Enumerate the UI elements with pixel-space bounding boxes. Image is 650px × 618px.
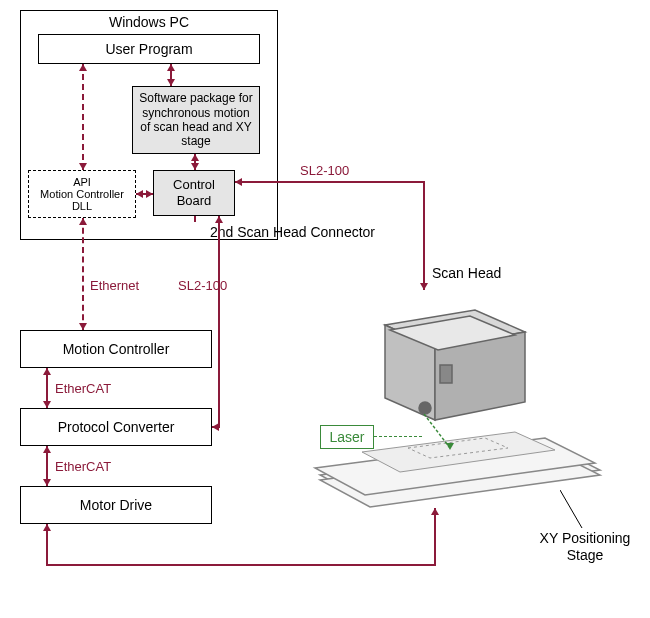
arrow-icon xyxy=(79,218,87,225)
api-label: API xyxy=(31,176,133,188)
svg-point-10 xyxy=(419,402,431,414)
arrow-icon xyxy=(43,524,51,531)
arrow-icon xyxy=(167,79,175,86)
arrow-icon xyxy=(212,423,219,431)
arrow-icon xyxy=(167,64,175,71)
windows-pc-title: Windows PC xyxy=(21,11,277,33)
protocol-converter-label: Protocol Converter xyxy=(58,419,175,435)
arrow-icon xyxy=(191,154,199,161)
arrow-icon xyxy=(215,216,223,223)
user-program-label: User Program xyxy=(105,41,192,57)
arrow-icon xyxy=(79,323,87,330)
arrow-icon xyxy=(43,368,51,375)
arrow-icon xyxy=(191,163,199,170)
sl2-label-2: SL2-100 xyxy=(178,278,227,293)
user-program-box: User Program xyxy=(38,34,260,64)
scan-head-label: Scan Head xyxy=(432,265,501,281)
arrow-icon xyxy=(146,190,153,198)
connector-line xyxy=(194,216,196,222)
control-board-box: Control Board xyxy=(153,170,235,216)
api-dll-box: API Motion Controller DLL xyxy=(28,170,136,218)
laser-label: Laser xyxy=(329,429,364,445)
arrow-icon xyxy=(43,479,51,486)
laser-box: Laser xyxy=(320,425,374,449)
svg-rect-9 xyxy=(440,365,452,383)
dll-label: DLL xyxy=(31,200,133,212)
leader-line xyxy=(560,490,590,530)
connector-line xyxy=(423,181,425,290)
motion-controller-dll-label: Motion Controller xyxy=(31,188,133,200)
connector-line xyxy=(82,218,84,330)
connector-line xyxy=(218,216,220,428)
connector-line xyxy=(235,181,425,183)
laser-arrow-icon xyxy=(446,443,454,450)
svg-line-12 xyxy=(560,490,582,528)
scan-head-illustration xyxy=(290,280,620,510)
arrow-icon xyxy=(43,446,51,453)
sl2-label-1: SL2-100 xyxy=(300,163,349,178)
ethernet-label: Ethernet xyxy=(90,278,139,293)
motion-controller-box: Motion Controller xyxy=(20,330,212,368)
arrow-icon xyxy=(43,401,51,408)
scan-head-connector-label: 2nd Scan Head Connector xyxy=(210,224,375,240)
arrow-icon xyxy=(136,190,143,198)
protocol-converter-box: Protocol Converter xyxy=(20,408,212,446)
xy-stage-label: XY Positioning Stage xyxy=(530,530,640,564)
motor-drive-box: Motor Drive xyxy=(20,486,212,524)
software-package-box: Software package for synchronous motion … xyxy=(132,86,260,154)
ethercat-label-1: EtherCAT xyxy=(55,381,111,396)
connector-line xyxy=(434,508,436,566)
motion-controller-label: Motion Controller xyxy=(63,341,170,357)
software-package-label: Software package for synchronous motion … xyxy=(137,91,255,149)
ethercat-label-2: EtherCAT xyxy=(55,459,111,474)
arrow-icon xyxy=(79,163,87,170)
control-board-label: Control Board xyxy=(158,177,230,208)
connector-line xyxy=(82,64,84,170)
arrow-icon xyxy=(79,64,87,71)
connector-line xyxy=(46,564,436,566)
motor-drive-label: Motor Drive xyxy=(80,497,152,513)
arrow-icon xyxy=(235,178,242,186)
laser-line xyxy=(374,436,422,437)
